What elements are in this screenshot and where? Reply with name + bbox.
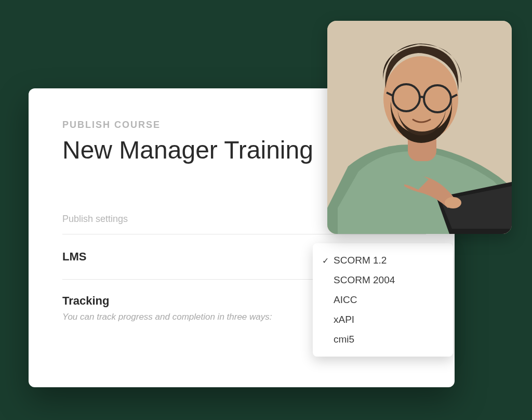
- dropdown-option-label: xAPI: [334, 314, 354, 325]
- lms-label: LMS: [62, 250, 86, 264]
- lms-dropdown[interactable]: ✓ SCORM 1.2 SCORM 2004 AICC xAPI cmi5: [313, 243, 453, 357]
- dropdown-option-scorm2004[interactable]: SCORM 2004: [313, 270, 453, 290]
- svg-point-8: [445, 197, 461, 208]
- svg-point-2: [383, 56, 458, 141]
- dropdown-option-label: SCORM 2004: [334, 274, 395, 286]
- user-photo: [327, 21, 512, 234]
- dropdown-option-label: SCORM 1.2: [334, 255, 387, 266]
- dropdown-option-xapi[interactable]: xAPI: [313, 310, 453, 330]
- dropdown-option-label: cmi5: [334, 334, 354, 345]
- svg-line-5: [420, 97, 424, 97]
- checkmark-icon: ✓: [322, 256, 334, 266]
- dropdown-option-scorm12[interactable]: ✓ SCORM 1.2: [313, 251, 453, 270]
- dropdown-option-label: AICC: [334, 294, 357, 306]
- dropdown-option-cmi5[interactable]: cmi5: [313, 330, 453, 349]
- dropdown-option-aicc[interactable]: AICC: [313, 290, 453, 310]
